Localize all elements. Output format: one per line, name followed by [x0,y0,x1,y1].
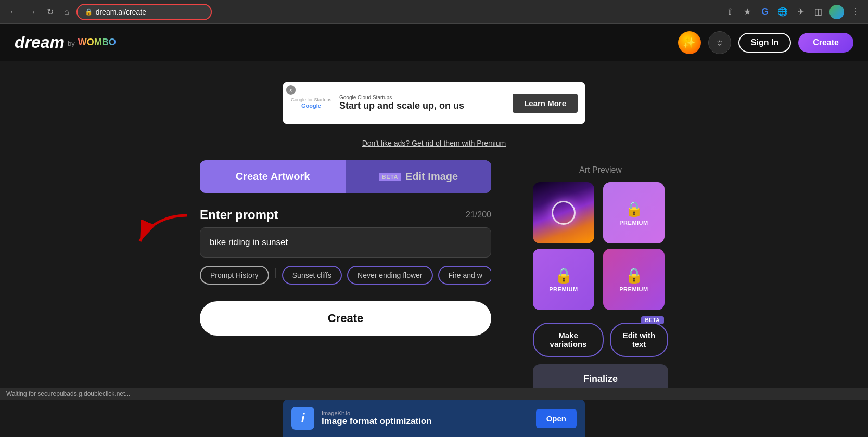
art-preview-label: Art Preview [533,165,668,175]
art-thumb-premium-1[interactable]: 🔒 PREMIUM [603,182,665,243]
planet-button[interactable]: ✨ [678,31,701,54]
globe-icon[interactable]: 🌐 [776,6,789,18]
make-variations-button[interactable]: Make variations [533,323,604,357]
tab-create-label: Create Artwork [236,171,310,183]
top-ad-banner: × Google for Startups Google Google Clou… [283,82,585,124]
tab-edit-image[interactable]: BETA Edit Image [346,160,491,193]
left-panel: Create Artwork BETA Edit Image [200,160,491,394]
chip-never-ending-flower[interactable]: Never ending flower [347,266,433,285]
ad-close-button[interactable]: × [286,85,296,95]
bottom-ad-banner: i ImageKit.io Image format optimization … [283,400,585,437]
menu-icon[interactable]: ⋮ [849,6,862,18]
art-thumb-premium-2[interactable]: 🔒 PREMIUM [533,249,594,310]
lock-icon-3: 🔒 [625,267,643,284]
prompt-history-chip[interactable]: Prompt History [200,266,269,285]
arrow-decoration [137,213,189,244]
profile-avatar[interactable] [829,5,844,19]
prompt-label: Enter prompt [200,208,278,222]
bottom-ad-main-text: Image format optimization [322,416,529,427]
lock-icon-1: 🔒 [625,200,643,217]
google-logo: Google [301,102,321,109]
art-grid: 🔒 PREMIUM 🔒 PREMIUM 🔒 PREMIUM [533,182,668,310]
lock-overlay-2: 🔒 PREMIUM [533,249,594,310]
right-panel: Art Preview 🔒 PREMIUM 🔒 [533,160,668,394]
status-bar: Waiting for securepubads.g.doubleclick.n… [0,388,868,400]
header-create-button[interactable]: Create [798,33,853,53]
tab-bar: Create Artwork BETA Edit Image [200,160,491,193]
art-thumb-active[interactable] [533,182,594,243]
reload-button[interactable]: ↻ [44,5,57,19]
status-text: Waiting for securepubads.g.doubleclick.n… [6,390,130,397]
address-bar[interactable]: 🔒 dream.ai/create [76,4,212,20]
app-header: dream by WOMBO ✨ ☼ Sign In Create [0,24,868,61]
tab-create-artwork[interactable]: Create Artwork [200,160,346,193]
theme-toggle-button[interactable]: ☼ [708,31,731,54]
url-text: dream.ai/create [96,8,146,16]
art-thumb-image [533,182,594,243]
logo-by: by [68,40,75,47]
ad-headline: Google Cloud Startups [339,95,505,100]
forward-button[interactable]: → [25,5,40,19]
premium-label-3: PREMIUM [619,286,648,292]
art-thumb-premium-3[interactable]: 🔒 PREMIUM [603,249,665,310]
lock-icon: 🔒 [85,8,93,16]
prompt-section: Enter prompt 21/200 [200,208,491,266]
browser-chrome: ← → ↻ ⌂ 🔒 dream.ai/create ⇧ ★ G 🌐 ✈ ◫ ⋮ [0,0,868,24]
bottom-ad-text: ImageKit.io Image format optimization [322,410,529,427]
home-button[interactable]: ⌂ [61,5,72,19]
ad-text-area: Google Cloud Startups Start up and scale… [339,95,505,111]
back-button[interactable]: ← [6,5,21,19]
lock-overlay-1: 🔒 PREMIUM [603,182,665,243]
action-buttons: Make variations BETA Edit with text [533,323,668,357]
chip-sunset-cliffs[interactable]: Sunset cliffs [282,266,342,285]
tab-edit-label: Edit Image [405,171,458,183]
share-icon[interactable]: ⇧ [723,6,736,18]
premium-label-1: PREMIUM [619,220,648,226]
premium-label-2: PREMIUM [549,286,578,292]
extension-g-icon[interactable]: G [759,6,771,18]
logo-wombo: WOMBO [78,37,116,48]
prompt-input[interactable] [200,227,491,258]
puzzle-icon[interactable]: ✈ [794,6,807,18]
edit-with-text-button[interactable]: Edit with text [610,323,668,357]
prompt-label-row: Enter prompt 21/200 [200,208,491,222]
no-ads-section: Don't like ads? Get rid of them with Pre… [0,138,868,148]
bottom-ad-icon: i [291,407,314,430]
learn-more-button[interactable]: Learn More [513,94,578,113]
prompt-counter: 21/200 [466,210,491,220]
browser-actions: ⇧ ★ G 🌐 ✈ ◫ ⋮ [723,5,862,19]
ad-sponsor-text: Google for Startups [291,97,331,102]
no-ads-link[interactable]: Don't like ads? Get rid of them with Pre… [362,139,506,147]
bookmark-icon[interactable]: ★ [741,6,754,18]
header-right: ✨ ☼ Sign In Create [678,31,853,54]
bottom-ad-open-button[interactable]: Open [536,409,577,428]
creator-layout: Create Artwork BETA Edit Image [0,160,868,394]
logo-area: dream by WOMBO [15,33,116,52]
logo-dream: dream [15,33,65,52]
chip-fire-and[interactable]: Fire and w [438,266,491,285]
prompt-chips: Prompt History | Sunset cliffs Never end… [200,266,491,285]
ad-main-text: Start up and scale up, on us [339,100,505,111]
lock-icon-2: 🔒 [555,267,573,284]
main-content: × Google for Startups Google Google Clou… [0,72,868,435]
tab-beta-badge: BETA [379,173,401,181]
ad-logo-area: Google for Startups Google [290,97,332,109]
lock-overlay-3: 🔒 PREMIUM [603,249,665,310]
split-view-icon[interactable]: ◫ [812,6,824,18]
create-artwork-button[interactable]: Create [200,301,491,336]
bottom-ad-source: ImageKit.io [322,410,529,416]
signin-button[interactable]: Sign In [738,33,791,53]
